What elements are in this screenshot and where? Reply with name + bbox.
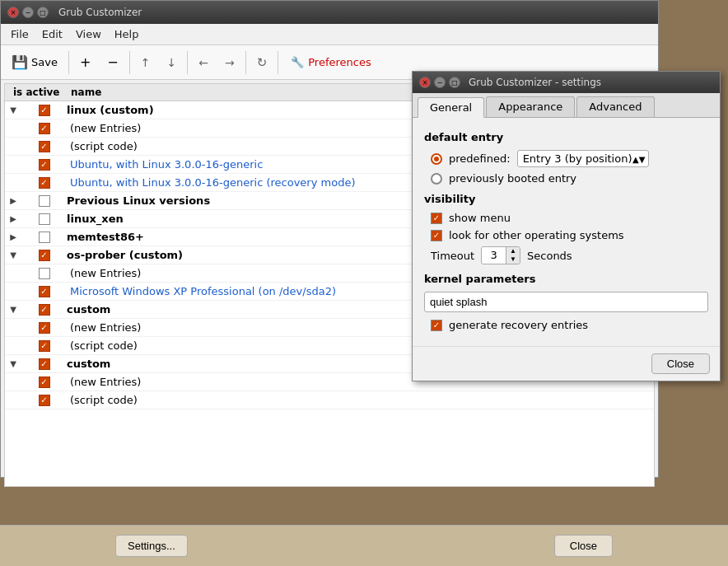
forward-button[interactable]: → (217, 52, 242, 73)
dialog-title-bar: × − □ Grub Customizer - settings (413, 72, 720, 93)
predefined-label: predefined: (449, 152, 511, 165)
menu-edit[interactable]: Edit (35, 26, 69, 42)
main-window-title: Grub Customizer (58, 7, 142, 18)
remove-icon: − (107, 54, 118, 70)
save-label: Save (31, 56, 58, 68)
dialog-close-btn[interactable]: × (419, 77, 431, 88)
row-checkbox[interactable] (39, 377, 50, 388)
row-checkbox-cell (21, 286, 67, 297)
row-checkbox[interactable] (39, 195, 50, 207)
minimize-window-btn[interactable]: − (22, 7, 34, 18)
row-checkbox[interactable] (39, 358, 50, 370)
menu-file[interactable]: File (4, 26, 35, 42)
dialog-max-btn[interactable]: □ (449, 77, 460, 88)
spinner-buttons: ▲ ▼ (506, 247, 520, 264)
row-checkbox-cell (21, 395, 67, 406)
row-checkbox-cell (21, 250, 67, 261)
close-window-btn[interactable]: × (7, 7, 19, 18)
dialog-footer: Close (413, 346, 720, 381)
row-checkbox[interactable] (39, 286, 50, 297)
row-checkbox[interactable] (39, 268, 50, 279)
settings-dialog: × − □ Grub Customizer - settings General… (412, 71, 721, 381)
tab-appearance[interactable]: Appearance (486, 96, 575, 117)
predefined-radio[interactable] (431, 153, 442, 165)
generate-recovery-row: generate recovery entries (431, 319, 708, 331)
tab-general[interactable]: General (418, 97, 484, 118)
up-button[interactable]: ↑ (133, 52, 158, 73)
settings-tabs: General Appearance Advanced (413, 93, 720, 118)
visibility-section: visibility show menu look for other oper… (424, 193, 708, 264)
row-checkbox[interactable] (39, 105, 50, 116)
row-checkbox-cell (21, 159, 67, 171)
row-checkbox[interactable] (39, 322, 50, 334)
show-menu-label: show menu (449, 212, 511, 224)
generate-recovery-checkbox[interactable] (431, 320, 442, 331)
save-button[interactable]: 💾 Save (4, 50, 65, 74)
row-checkbox[interactable] (39, 213, 50, 225)
dialog-content: default entry predefined: Entry 3 (by po… (413, 118, 720, 346)
add-button[interactable]: + (72, 50, 98, 74)
kernel-section: kernel parameters generate recovery entr… (424, 273, 708, 331)
remove-button[interactable]: − (100, 50, 125, 74)
row-checkbox[interactable] (39, 232, 50, 243)
preferences-label: Preferences (308, 56, 371, 68)
add-icon: + (80, 54, 91, 70)
previously-booted-row: previously booted entry (431, 172, 708, 185)
row-checkbox-cell (21, 322, 67, 334)
toolbar-separator-3 (187, 51, 188, 74)
look-for-other-row: look for other operating systems (431, 229, 708, 241)
row-checkbox[interactable] (39, 141, 50, 152)
spinner-up-btn[interactable]: ▲ (506, 247, 520, 255)
show-menu-checkbox[interactable] (431, 213, 442, 224)
maximize-window-btn[interactable]: □ (37, 7, 49, 18)
bottom-close-button[interactable]: Close (554, 535, 613, 557)
spinner-down-btn[interactable]: ▼ (506, 255, 520, 264)
back-button[interactable]: ← (191, 52, 216, 73)
bottom-bar: Settings... Close (0, 525, 728, 566)
menu-view[interactable]: View (69, 26, 108, 42)
dialog-title: Grub Customizer - settings (469, 77, 601, 88)
row-checkbox[interactable] (39, 159, 50, 171)
refresh-icon: ↻ (257, 55, 268, 70)
row-checkbox[interactable] (39, 250, 50, 261)
menu-bar: File Edit View Help (1, 24, 658, 45)
row-checkbox-cell (21, 213, 67, 225)
row-checkbox-cell (21, 340, 67, 352)
toolbar-separator-5 (278, 51, 278, 74)
dialog-min-btn[interactable]: − (434, 77, 446, 88)
refresh-button[interactable]: ↻ (250, 51, 275, 74)
predefined-row: predefined: Entry 3 (by position) ▲▼ (431, 150, 708, 167)
row-checkbox[interactable] (39, 395, 50, 406)
dialog-close-button[interactable]: Close (651, 353, 710, 374)
back-icon: ← (198, 56, 208, 69)
tab-advanced[interactable]: Advanced (576, 96, 654, 117)
timeout-spinner[interactable]: 3 ▲ ▼ (481, 246, 520, 264)
entry-dropdown[interactable]: Entry 3 (by position) ▲▼ (517, 150, 650, 167)
kernel-params-input[interactable] (424, 292, 708, 312)
row-checkbox[interactable] (39, 304, 50, 316)
list-item[interactable]: (script code) (5, 391, 654, 409)
row-expander: ▶ (5, 232, 21, 241)
previously-booted-radio[interactable] (431, 173, 442, 185)
preferences-button[interactable]: 🔧 Preferences (282, 52, 380, 73)
row-checkbox-cell (21, 195, 67, 207)
row-checkbox[interactable] (39, 177, 50, 189)
toolbar-separator-4 (245, 51, 246, 74)
bottom-settings-button[interactable]: Settings... (115, 535, 188, 557)
toolbar-separator-1 (68, 51, 69, 74)
menu-help[interactable]: Help (108, 26, 146, 42)
kernel-params-title: kernel parameters (424, 273, 708, 285)
look-for-other-checkbox[interactable] (431, 230, 442, 241)
up-icon: ↑ (141, 56, 151, 69)
timeout-label: Timeout (431, 250, 474, 262)
row-checkbox-cell (21, 377, 67, 388)
entry-dropdown-value: Entry 3 (by position) (523, 152, 632, 165)
down-button[interactable]: ↓ (159, 52, 184, 73)
dialog-window-controls: × − □ (419, 77, 460, 88)
save-icon: 💾 (12, 54, 28, 70)
row-checkbox-cell (21, 123, 67, 134)
main-title-bar: × − □ Grub Customizer (1, 1, 658, 24)
row-checkbox[interactable] (39, 123, 50, 134)
timeout-value: 3 (482, 247, 506, 264)
row-checkbox[interactable] (39, 340, 50, 352)
